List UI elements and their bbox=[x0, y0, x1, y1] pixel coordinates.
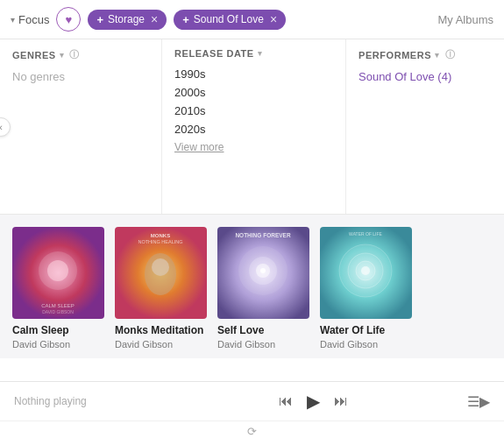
svg-text:NOTHING HEALING: NOTHING HEALING bbox=[138, 239, 182, 244]
genres-empty: No genres bbox=[12, 70, 149, 83]
album-card-monks-meditation[interactable]: MONKS NOTHING HEALING Monks Meditation D… bbox=[115, 227, 207, 350]
genres-header-label: GENRES bbox=[12, 50, 56, 60]
top-bar: ▾ Focus ♥ + Storage × + Sound Of Love × … bbox=[0, 0, 504, 39]
release-date-1990s[interactable]: 1990s bbox=[174, 67, 333, 81]
filter-area: ‹ GENRES ▾ ⓘ No genres RELEASE DATE ▾ 19… bbox=[0, 39, 504, 215]
progress-area: ⟳ bbox=[0, 420, 504, 438]
performers-sound-of-love[interactable]: Sound Of Love (4) bbox=[358, 70, 504, 83]
release-date-view-more[interactable]: View more bbox=[174, 141, 333, 153]
heart-icon: ♥ bbox=[66, 13, 73, 26]
performers-chevron-icon: ▾ bbox=[435, 51, 440, 60]
genres-chevron-icon: ▾ bbox=[60, 51, 65, 60]
self-love-title: Self Love bbox=[217, 324, 309, 338]
performers-header-label: PERFORMERS bbox=[358, 50, 431, 60]
svg-text:DAVID GIBSON: DAVID GIBSON bbox=[42, 309, 74, 314]
sound-of-love-tag[interactable]: + Sound Of Love × bbox=[174, 10, 286, 30]
svg-point-7 bbox=[152, 258, 169, 276]
next-button[interactable]: ⏭ bbox=[332, 392, 350, 411]
focus-button[interactable]: ▾ Focus bbox=[11, 13, 49, 26]
performers-header: PERFORMERS ▾ ⓘ bbox=[358, 48, 504, 61]
calm-sleep-title: Calm Sleep bbox=[12, 324, 104, 338]
filter-row: GENRES ▾ ⓘ No genres RELEASE DATE ▾ 1990… bbox=[0, 39, 504, 215]
svg-text:CALM SLEEP: CALM SLEEP bbox=[41, 303, 75, 308]
genres-column: GENRES ▾ ⓘ No genres bbox=[0, 39, 162, 214]
sound-of-love-label: Sound Of Love bbox=[194, 13, 264, 25]
album-cover-water-of-life: WATER OF LIFE bbox=[320, 227, 412, 319]
release-date-2000s[interactable]: 2000s bbox=[174, 86, 333, 99]
player-bar: Nothing playing ⏮ ▶ ⏭ ☰▶ bbox=[0, 381, 504, 420]
storage-close-icon[interactable]: × bbox=[151, 13, 158, 25]
album-card-calm-sleep[interactable]: CALM SLEEP DAVID GIBSON Calm Sleep David… bbox=[12, 227, 104, 350]
self-love-artist: David Gibson bbox=[217, 339, 309, 350]
storage-plus-icon: + bbox=[96, 13, 103, 26]
album-card-self-love[interactable]: NOTHING FOREVER Self Love David Gibson bbox=[217, 227, 309, 350]
sound-of-love-plus-icon: + bbox=[182, 13, 189, 26]
album-cover-monks-meditation: MONKS NOTHING HEALING bbox=[115, 227, 207, 319]
album-card-water-of-life[interactable]: WATER OF LIFE Water Of Life David Gibson bbox=[320, 227, 412, 350]
release-date-2010s[interactable]: 2010s bbox=[174, 104, 333, 117]
svg-point-20 bbox=[361, 266, 370, 275]
genres-info-icon: ⓘ bbox=[69, 48, 80, 61]
focus-chevron-icon: ▾ bbox=[11, 15, 15, 25]
play-button[interactable]: ▶ bbox=[305, 389, 322, 413]
heart-button[interactable]: ♥ bbox=[56, 7, 81, 32]
previous-button[interactable]: ⏮ bbox=[277, 392, 295, 411]
genres-header: GENRES ▾ ⓘ bbox=[12, 48, 149, 61]
monks-meditation-title: Monks Meditation bbox=[115, 324, 207, 338]
svg-text:MONKS: MONKS bbox=[151, 233, 170, 238]
nothing-playing-label: Nothing playing bbox=[14, 395, 160, 407]
calm-sleep-artist: David Gibson bbox=[12, 339, 104, 350]
release-date-column: RELEASE DATE ▾ 1990s 2000s 2010s 2020s V… bbox=[162, 39, 346, 214]
svg-point-2 bbox=[47, 260, 68, 281]
release-date-header: RELEASE DATE ▾ bbox=[174, 48, 333, 59]
storage-label: Storage bbox=[108, 13, 145, 25]
water-of-life-title: Water Of Life bbox=[320, 324, 412, 338]
storage-tag[interactable]: + Storage × bbox=[88, 10, 167, 30]
monks-meditation-artist: David Gibson bbox=[115, 339, 207, 350]
svg-text:NOTHING FOREVER: NOTHING FOREVER bbox=[235, 232, 291, 238]
album-cover-self-love: NOTHING FOREVER bbox=[217, 227, 309, 319]
queue-button[interactable]: ☰▶ bbox=[467, 393, 490, 410]
performers-info-icon: ⓘ bbox=[445, 48, 456, 61]
focus-label: Focus bbox=[18, 13, 49, 26]
main-content: ▾ Focus ♥ + Storage × + Sound Of Love × … bbox=[0, 0, 504, 438]
svg-text:WATER OF LIFE: WATER OF LIFE bbox=[349, 231, 382, 237]
performers-column: PERFORMERS ▾ ⓘ Sound Of Love (4) bbox=[346, 39, 504, 214]
albums-section: CALM SLEEP DAVID GIBSON Calm Sleep David… bbox=[0, 215, 504, 358]
svg-point-14 bbox=[260, 268, 266, 273]
release-date-2020s[interactable]: 2020s bbox=[174, 123, 333, 136]
my-albums-label: My Albums bbox=[437, 13, 493, 26]
water-of-life-artist: David Gibson bbox=[320, 339, 412, 350]
repeat-button[interactable]: ⟳ bbox=[247, 425, 257, 438]
release-date-chevron-icon: ▾ bbox=[258, 49, 263, 58]
release-date-header-label: RELEASE DATE bbox=[174, 48, 254, 59]
albums-grid: CALM SLEEP DAVID GIBSON Calm Sleep David… bbox=[12, 227, 492, 350]
player-controls: ⏮ ▶ ⏭ bbox=[168, 389, 458, 413]
album-cover-calm-sleep: CALM SLEEP DAVID GIBSON bbox=[12, 227, 104, 319]
sound-of-love-close-icon[interactable]: × bbox=[270, 13, 277, 25]
